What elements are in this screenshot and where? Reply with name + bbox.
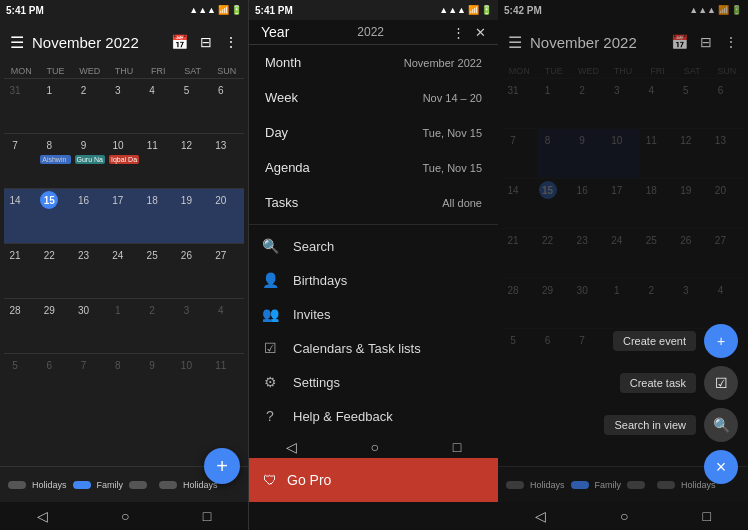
cal-day[interactable]: 1 xyxy=(107,299,141,353)
cal-day[interactable]: 21 xyxy=(502,229,537,278)
left-more-icon[interactable]: ⋮ xyxy=(224,34,238,50)
cal-day[interactable]: 9 xyxy=(141,354,175,408)
home-button[interactable]: ○ xyxy=(121,508,129,524)
cal-day[interactable]: 5 xyxy=(175,79,209,133)
cal-day[interactable]: 27 xyxy=(210,244,244,298)
menu-invites-row[interactable]: 👥 Invites xyxy=(249,297,498,331)
cal-day[interactable]: 10 xyxy=(175,354,209,408)
cal-day[interactable]: 28 xyxy=(4,299,38,353)
cal-day[interactable]: 10 xyxy=(606,129,641,178)
menu-view-week[interactable]: Week Nov 14 – 20 xyxy=(249,80,498,115)
gopro-bar[interactable]: 🛡 Go Pro xyxy=(249,458,498,502)
cal-day[interactable]: 25 xyxy=(141,244,175,298)
mid-home-button[interactable]: ○ xyxy=(371,439,379,455)
right-back-button[interactable]: ◁ xyxy=(535,508,546,524)
cal-day[interactable]: 25 xyxy=(640,229,675,278)
cal-day[interactable]: 31 xyxy=(502,79,537,128)
cal-day[interactable]: 18 xyxy=(640,179,675,228)
cal-day[interactable]: 29 xyxy=(537,279,572,328)
cal-day[interactable]: 26 xyxy=(175,244,209,298)
menu-settings-row[interactable]: ⚙ Settings xyxy=(249,365,498,399)
cal-day[interactable]: 20 xyxy=(709,179,744,228)
cal-day[interactable]: 28 xyxy=(502,279,537,328)
cal-day[interactable]: 27 xyxy=(709,229,744,278)
cal-day[interactable]: 6 xyxy=(537,329,572,378)
cal-day[interactable]: 26 xyxy=(675,229,710,278)
cal-day[interactable]: 7 xyxy=(502,129,537,178)
cal-day[interactable]: 1 xyxy=(606,279,641,328)
cal-day[interactable]: 10Iqbal Da xyxy=(107,134,141,188)
cal-day[interactable]: 5 xyxy=(675,79,710,128)
left-view-icon[interactable]: ⊟ xyxy=(200,34,212,50)
right-recent-button[interactable]: □ xyxy=(703,508,711,524)
cal-day[interactable]: 5 xyxy=(4,354,38,408)
cal-day[interactable]: 24 xyxy=(606,229,641,278)
cal-day[interactable]: 18 xyxy=(141,189,175,243)
cal-day[interactable]: 19 xyxy=(175,189,209,243)
cal-day[interactable]: 4 xyxy=(640,79,675,128)
cal-day[interactable]: 29 xyxy=(38,299,72,353)
right-view-icon[interactable]: ⊟ xyxy=(700,34,712,50)
menu-view-month[interactable]: Month November 2022 xyxy=(249,45,498,80)
left-menu-icon[interactable]: ☰ xyxy=(10,33,24,52)
create-event-button[interactable]: + xyxy=(704,324,738,358)
menu-birthdays-row[interactable]: 👤 Birthdays xyxy=(249,263,498,297)
cal-day[interactable]: 6 xyxy=(38,354,72,408)
cal-day[interactable]: 16 xyxy=(571,179,606,228)
cal-day[interactable]: 31 xyxy=(4,79,38,133)
cal-day[interactable]: 2 xyxy=(640,279,675,328)
cal-day[interactable]: 19 xyxy=(675,179,710,228)
cal-day[interactable]: 30 xyxy=(571,279,606,328)
cal-day[interactable]: 2 xyxy=(73,79,107,133)
cal-day-today[interactable]: 15 xyxy=(537,179,572,228)
mid-recent-button[interactable]: □ xyxy=(453,439,461,455)
cal-day[interactable]: 8 xyxy=(537,129,572,178)
cal-day[interactable]: 4 xyxy=(210,299,244,353)
cal-day[interactable]: 12 xyxy=(175,134,209,188)
cal-day[interactable]: 14 xyxy=(4,189,38,243)
cal-day[interactable]: 1 xyxy=(38,79,72,133)
cal-day[interactable]: 30 xyxy=(73,299,107,353)
menu-search-row[interactable]: 🔍 Search xyxy=(249,229,498,263)
cal-day[interactable]: 21 xyxy=(4,244,38,298)
mid-back-button[interactable]: ◁ xyxy=(286,439,297,455)
cal-day[interactable]: 7 xyxy=(4,134,38,188)
cal-day[interactable]: 17 xyxy=(606,179,641,228)
cal-day[interactable]: 2 xyxy=(571,79,606,128)
cal-day[interactable]: 7 xyxy=(73,354,107,408)
cal-day[interactable]: 11 xyxy=(210,354,244,408)
cal-day[interactable]: 3 xyxy=(675,279,710,328)
cal-day[interactable]: 3 xyxy=(175,299,209,353)
cal-day[interactable]: 8Aishwin xyxy=(38,134,72,188)
cal-day[interactable]: 22 xyxy=(38,244,72,298)
cal-day[interactable]: 13 xyxy=(709,129,744,178)
cal-day[interactable]: 14 xyxy=(502,179,537,228)
cal-day[interactable]: 16 xyxy=(73,189,107,243)
cal-day[interactable]: 4 xyxy=(709,279,744,328)
back-button[interactable]: ◁ xyxy=(37,508,48,524)
cal-day[interactable]: 20 xyxy=(210,189,244,243)
cal-day[interactable]: 3 xyxy=(606,79,641,128)
cal-day[interactable]: 6 xyxy=(210,79,244,133)
cal-day[interactable]: 4 xyxy=(141,79,175,133)
cal-day[interactable]: 6 xyxy=(709,79,744,128)
cal-day[interactable]: 13 xyxy=(210,134,244,188)
right-menu-icon[interactable]: ☰ xyxy=(508,33,522,52)
left-fab[interactable]: + xyxy=(204,448,240,484)
cal-day[interactable]: 5 xyxy=(502,329,537,378)
cal-day[interactable]: 23 xyxy=(73,244,107,298)
cal-day[interactable]: 17 xyxy=(107,189,141,243)
cal-day[interactable]: 23 xyxy=(571,229,606,278)
cal-day[interactable]: 12 xyxy=(675,129,710,178)
cal-day[interactable]: 22 xyxy=(537,229,572,278)
menu-close-icon[interactable]: ✕ xyxy=(475,25,486,40)
right-home-button[interactable]: ○ xyxy=(620,508,628,524)
menu-calendars-row[interactable]: ☑ Calendars & Task lists xyxy=(249,331,498,365)
right-cal-icon[interactable]: 📅 xyxy=(671,34,688,50)
cal-day[interactable]: 9Guru Na xyxy=(73,134,107,188)
menu-view-tasks[interactable]: Tasks All done xyxy=(249,185,498,220)
create-task-button[interactable]: ☑ xyxy=(704,366,738,400)
cal-day[interactable]: 8 xyxy=(107,354,141,408)
cal-day[interactable]: 9 xyxy=(571,129,606,178)
menu-more-icon[interactable]: ⋮ xyxy=(452,25,465,40)
